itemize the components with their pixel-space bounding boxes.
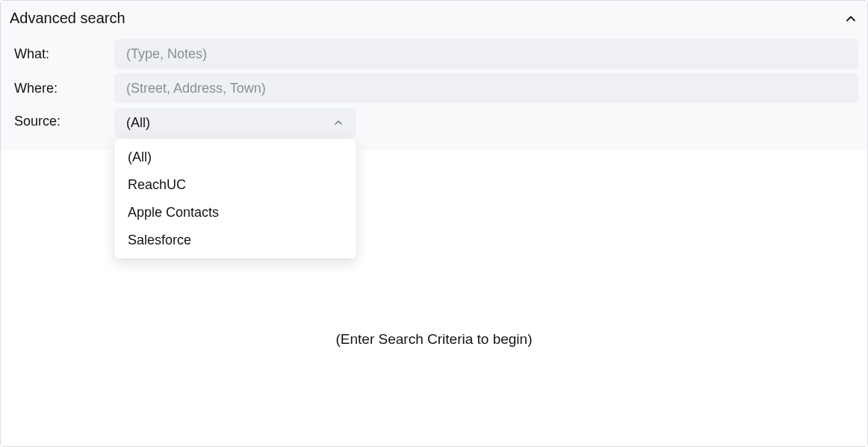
what-input[interactable] — [114, 39, 858, 69]
source-label: Source: — [10, 108, 114, 129]
where-label: Where: — [10, 81, 114, 96]
results-placeholder: (Enter Search Criteria to begin) — [336, 331, 533, 348]
source-option[interactable]: Salesforce — [114, 226, 356, 254]
what-row: What: — [10, 39, 858, 69]
source-option[interactable]: Apple Contacts — [114, 199, 356, 226]
panel-header: Advanced search — [10, 7, 858, 34]
chevron-up-icon — [332, 117, 344, 129]
panel-title: Advanced search — [10, 10, 125, 27]
search-form-section: Advanced search What: Where: Source: (Al… — [1, 1, 867, 150]
source-row: Source: (All) (All) ReachUC Apple Contac… — [10, 108, 858, 138]
source-option[interactable]: ReachUC — [114, 171, 356, 199]
what-label: What: — [10, 46, 114, 62]
source-dropdown-trigger[interactable]: (All) — [114, 108, 356, 138]
chevron-up-icon[interactable] — [843, 11, 858, 26]
source-dropdown: (All) (All) ReachUC Apple Contacts Sales… — [114, 108, 356, 138]
where-row: Where: — [10, 73, 858, 103]
source-selected-value: (All) — [126, 115, 150, 131]
source-option[interactable]: (All) — [114, 144, 356, 171]
source-dropdown-menu: (All) ReachUC Apple Contacts Salesforce — [114, 139, 356, 259]
advanced-search-panel: Advanced search What: Where: Source: (Al… — [0, 0, 868, 447]
where-input[interactable] — [114, 73, 858, 103]
